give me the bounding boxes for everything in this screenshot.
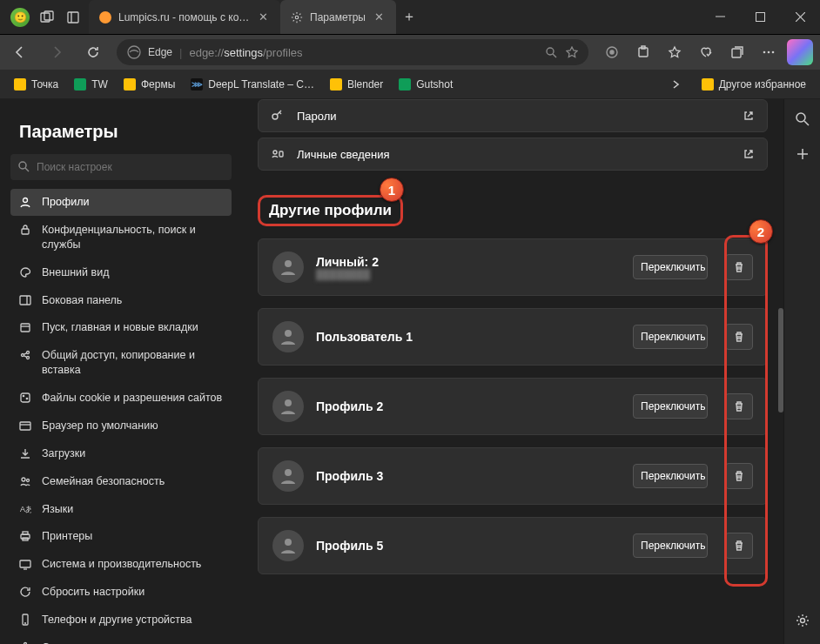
bookmark-item[interactable]: Фермы	[117, 75, 182, 94]
nav-languages[interactable]: AあЯзыки	[10, 496, 232, 523]
profile-row: Профиль 3 Переключить	[258, 447, 768, 505]
delete-button[interactable]	[725, 533, 753, 559]
nav-profiles[interactable]: Профили	[10, 189, 232, 216]
bookmark-overflow[interactable]	[663, 76, 688, 93]
workspaces-icon[interactable]	[38, 10, 56, 24]
svg-point-34	[27, 352, 30, 354]
new-tab-button[interactable]: ＋	[396, 0, 422, 34]
edge-label: Edge	[148, 46, 172, 58]
profile-name: Профиль 2	[316, 399, 621, 413]
browser-icon	[19, 419, 33, 432]
bookmark-item[interactable]: ⋙DeepL Translate – C…	[184, 75, 321, 94]
tab-lumpics[interactable]: Lumpics.ru - помощь с компьют ✕	[89, 0, 280, 34]
passwords-row[interactable]: Пароли	[258, 99, 768, 132]
svg-line-26	[25, 168, 29, 171]
switch-button[interactable]: Переключить	[633, 533, 708, 558]
delete-button[interactable]	[725, 254, 753, 280]
tab-settings[interactable]: Параметры ✕	[280, 0, 396, 34]
nav-family[interactable]: Семейная безопасность	[10, 468, 232, 495]
bookmark-item[interactable]: Blender	[323, 75, 390, 94]
nav-share[interactable]: Общий доступ, копирование и вставка	[10, 342, 232, 384]
profile-row: Пользователь 1 Переключить	[258, 308, 768, 366]
external-link-icon	[743, 148, 755, 160]
nav-label: Сбросить настройки	[42, 585, 145, 600]
search-icon[interactable]	[545, 46, 557, 58]
copilot-button[interactable]	[787, 39, 813, 65]
svg-point-39	[23, 395, 24, 396]
health-icon[interactable]	[693, 39, 719, 65]
close-icon[interactable]: ✕	[257, 9, 270, 25]
switch-button[interactable]: Переключить	[633, 325, 708, 349]
other-bookmarks[interactable]: Другое избранное	[695, 75, 813, 94]
scrollbar[interactable]	[778, 308, 783, 413]
other-profiles-heading: Другие профили	[258, 195, 403, 226]
settings-content: Пароли Личные сведения Другие профили 1 …	[242, 99, 783, 644]
address-bar[interactable]: Edge | edge://settings/profiles	[117, 39, 588, 65]
favorites-icon[interactable]	[662, 39, 688, 65]
switch-button[interactable]: Переключить	[633, 255, 708, 279]
profile-sub: ████████	[316, 269, 621, 279]
side-settings-icon[interactable]	[791, 609, 814, 632]
nav-accessibility[interactable]: Специальные возможности	[10, 634, 232, 644]
bookmark-label: Blender	[347, 78, 383, 91]
nav-phone[interactable]: Телефон и другие устройства	[10, 607, 232, 634]
home-icon	[19, 321, 33, 333]
bookmark-item[interactable]: TW	[67, 75, 115, 94]
folder-icon	[14, 78, 26, 91]
favorite-icon[interactable]	[566, 46, 578, 58]
nav-cookies[interactable]: Файлы cookie и разрешения сайтов	[10, 385, 232, 412]
delete-button[interactable]	[725, 463, 753, 489]
folder-icon	[702, 78, 714, 91]
avatar-icon	[272, 321, 304, 352]
nav-downloads[interactable]: Загрузки	[10, 440, 232, 467]
close-button[interactable]	[780, 0, 820, 35]
collections-icon[interactable]	[724, 39, 750, 65]
bookmark-item[interactable]: Точка	[7, 75, 65, 94]
svg-rect-57	[279, 151, 283, 157]
nav-system[interactable]: Система и производительность	[10, 551, 232, 578]
external-link-icon	[743, 110, 755, 122]
svg-rect-29	[20, 296, 30, 305]
profile-avatar-titlebar[interactable]: 🙂	[10, 8, 30, 27]
svg-rect-6	[756, 13, 764, 22]
close-icon[interactable]: ✕	[373, 9, 386, 25]
side-search-icon[interactable]	[791, 108, 814, 131]
nav-reset[interactable]: Сбросить настройки	[10, 579, 232, 606]
phone-icon	[19, 614, 33, 626]
bookmark-label: TW	[91, 78, 108, 91]
nav-sidebar[interactable]: Боковая панель	[10, 287, 232, 314]
switch-button[interactable]: Переключить	[633, 464, 708, 488]
bookmarks-bar: Точка TW Фермы ⋙DeepL Translate – C… Ble…	[0, 70, 820, 99]
nav-appearance[interactable]: Внешний вид	[10, 259, 232, 286]
profile-icon	[19, 196, 33, 208]
minimize-button[interactable]	[700, 0, 740, 35]
nav-label: Конфиденциальность, поиск и службы	[42, 223, 223, 252]
refresh-button[interactable]	[80, 39, 106, 65]
personal-info-row[interactable]: Личные сведения	[258, 138, 768, 171]
svg-line-37	[24, 356, 26, 358]
nav-privacy[interactable]: Конфиденциальность, поиск и службы	[10, 217, 232, 258]
svg-point-13	[610, 50, 614, 54]
delete-button[interactable]	[725, 393, 753, 419]
settings-search-input[interactable]	[10, 154, 232, 180]
site-icon	[399, 78, 411, 91]
profile-row: Профиль 2 Переключить	[258, 378, 768, 435]
nav-default-browser[interactable]: Браузер по умолчанию	[10, 413, 232, 439]
nav-printers[interactable]: Принтеры	[10, 523, 232, 550]
tracking-icon[interactable]	[599, 39, 625, 65]
maximize-button[interactable]	[740, 0, 780, 35]
lock-icon	[19, 224, 33, 236]
delete-button[interactable]	[725, 324, 753, 350]
language-icon: Aあ	[19, 503, 33, 515]
back-button[interactable]	[7, 39, 33, 65]
nav-start[interactable]: Пуск, главная и новые вкладки	[10, 314, 232, 341]
bookmark-item[interactable]: Gutshot	[392, 75, 460, 94]
svg-rect-47	[23, 532, 28, 534]
side-add-icon[interactable]	[791, 143, 814, 165]
extensions-icon[interactable]	[630, 39, 656, 65]
tab-actions-icon[interactable]	[64, 11, 82, 23]
more-icon[interactable]	[756, 39, 782, 65]
appearance-icon	[19, 266, 33, 278]
row-label: Личные сведения	[297, 148, 389, 161]
switch-button[interactable]: Переключить	[633, 394, 708, 419]
